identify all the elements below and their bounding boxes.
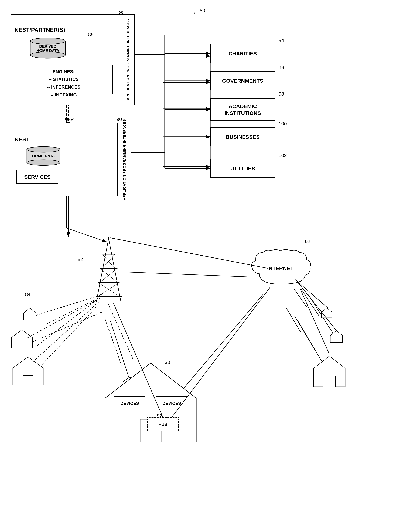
utilities-box: UTILITIES [210, 159, 275, 178]
tower [93, 237, 124, 304]
svg-text:DERIVED: DERIVED [39, 44, 56, 49]
svg-line-85 [300, 288, 330, 354]
svg-text:INTERNET: INTERNET [267, 265, 293, 271]
ref-label-80: 80 [200, 8, 205, 13]
svg-line-84 [298, 282, 336, 331]
svg-marker-59 [322, 308, 332, 318]
nest-box: NEST 82 HOME DATA 84 SERVICES [11, 123, 123, 196]
businesses-box: BUSINESSES [210, 127, 275, 146]
academic-label: ACADEMICINSTITUTIONS [225, 103, 261, 116]
svg-line-19 [39, 307, 96, 368]
academic-box: ACADEMICINSTITUTIONS [210, 98, 275, 121]
svg-line-80 [108, 303, 133, 360]
house-left-1 [23, 307, 37, 322]
nest-partner-box: NEST/PARTNER(S) 88 DERIVED HOME DATA 86 … [11, 14, 133, 105]
ref-label-98: 98 [279, 91, 284, 97]
devices-label-1: DEVICES [120, 401, 139, 406]
utilities-label: UTILITIES [230, 165, 255, 172]
devices-box-1: DEVICES [114, 396, 145, 410]
ref-label-84: 84 [25, 292, 31, 297]
svg-line-24 [286, 307, 301, 333]
services-label: SERVICES [24, 173, 51, 180]
ref-label-82: 82 [78, 257, 83, 262]
nest-partner-title: NEST/PARTNER(S) [14, 27, 65, 33]
internet-cloud: INTERNET [249, 249, 312, 288]
svg-line-78 [26, 298, 100, 339]
charities-box: CHARITIES [210, 44, 275, 63]
svg-line-20 [28, 312, 102, 344]
home-data-cylinder: HOME DATA [25, 146, 62, 168]
ref-label-102: 102 [279, 153, 287, 158]
svg-line-17 [45, 298, 98, 325]
svg-text:HOME DATA: HOME DATA [36, 48, 59, 53]
engines-box: ENGINES: -- STATISTICS -- INFERENCES -- … [14, 65, 113, 94]
svg-point-30 [30, 38, 65, 44]
nest-title: NEST [14, 136, 29, 143]
ref-label-88: 88 [88, 32, 94, 38]
businesses-label: BUSINESSES [226, 133, 259, 140]
svg-point-29 [30, 52, 65, 58]
arrow-80: ← [193, 10, 198, 16]
svg-rect-62 [323, 376, 336, 387]
svg-line-14 [294, 289, 307, 307]
svg-line-79 [32, 302, 99, 363]
diagram: ← 80 90 NEST/PARTNER(S) 88 DERIVED HOME … [0, 0, 420, 506]
house-right-1 [321, 307, 333, 319]
governments-box: GOVERNMENTS [210, 71, 275, 90]
derived-home-data-cylinder: DERIVED HOME DATA [29, 38, 67, 61]
ref-label-96: 96 [279, 65, 284, 71]
hub-line [172, 410, 172, 419]
svg-line-25 [294, 316, 315, 351]
governments-label: GOVERNMENTS [222, 77, 263, 84]
services-box: SERVICES [16, 170, 58, 184]
ref-label-64: 64 [69, 117, 75, 122]
house-left-2 [11, 328, 33, 350]
hub-label: HUB [158, 422, 168, 427]
svg-line-13 [123, 272, 254, 277]
ref-label-94: 94 [279, 38, 284, 43]
svg-rect-58 [23, 375, 33, 385]
charities-label: CHARITIES [228, 50, 257, 57]
ref-label-100: 100 [279, 121, 287, 127]
svg-line-39 [96, 239, 109, 302]
svg-line-18 [35, 302, 95, 347]
hub-box: HUB [147, 417, 179, 432]
svg-line-77 [35, 295, 102, 316]
svg-marker-55 [24, 308, 36, 320]
ref-label-90b: 90 [116, 117, 122, 122]
bottom-api-text: APPLICATION PROGRAMMING INTERFACES [123, 119, 127, 200]
house-right-2 [330, 330, 343, 344]
svg-point-36 [27, 147, 60, 152]
engines-text: ENGINES: -- STATISTICS -- INFERENCES -- … [47, 68, 80, 99]
house-right-3 [312, 354, 347, 388]
bottom-api-block: APPLICATION PROGRAMMING INTERFACES [117, 123, 131, 196]
devices-label-2: DEVICES [162, 401, 181, 406]
svg-line-15 [301, 289, 319, 316]
top-api-block: APPLICATION PROGRAMMING INTERFACES [121, 14, 135, 105]
svg-marker-56 [11, 330, 32, 348]
svg-marker-60 [330, 331, 342, 342]
svg-text:HOME DATA: HOME DATA [32, 154, 55, 158]
house-left-3 [11, 354, 45, 386]
devices-box-2: DEVICES [156, 396, 187, 410]
top-api-text: APPLICATION PROGRAMMING INTERFACES [126, 19, 130, 100]
svg-line-40 [109, 239, 121, 302]
svg-point-35 [27, 160, 60, 165]
svg-line-75 [110, 238, 268, 268]
ref-label-62: 62 [305, 239, 310, 244]
